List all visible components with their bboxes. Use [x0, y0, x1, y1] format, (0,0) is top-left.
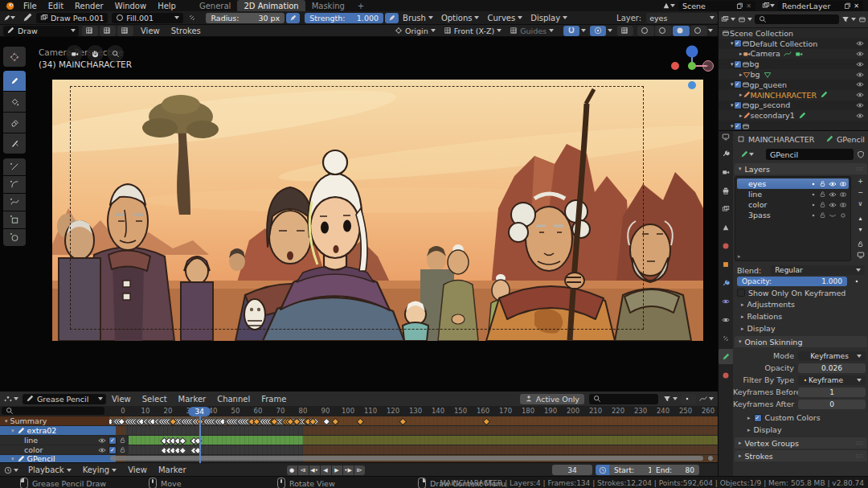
checkbox-icon[interactable]: ✓	[108, 437, 117, 445]
lock-icon[interactable]	[119, 437, 126, 444]
falloff-dropdown[interactable]	[699, 395, 714, 403]
current-frame-field[interactable]: 34	[552, 465, 592, 475]
workspace-tab-masking[interactable]: Masking	[305, 0, 351, 11]
hide-eye-icon[interactable]	[856, 101, 864, 109]
outliner-row-gp_second[interactable]: ▾✓gp_second	[719, 100, 868, 111]
dope-menu-frame[interactable]: Frame	[256, 395, 292, 404]
onion-display-row[interactable]: ▸Display	[733, 424, 868, 436]
channel-track[interactable]	[104, 445, 718, 454]
eye-icon[interactable]	[98, 437, 106, 445]
scene-icon-dropdown[interactable]	[662, 2, 675, 10]
layers-panel-header[interactable]: ▾Layers::::	[735, 163, 867, 174]
app-menu-file[interactable]: File	[18, 2, 43, 10]
hide-eye-icon[interactable]	[856, 112, 864, 120]
dopesheet-editor-dropdown[interactable]	[4, 395, 18, 403]
checkbox-icon[interactable]: ✓	[734, 39, 742, 47]
channel-name-cell[interactable]: ▾extra02	[0, 426, 116, 435]
tool-fill[interactable]	[3, 92, 26, 112]
breadcrumb-data[interactable]: GPencil	[837, 135, 865, 144]
remove-viewlayer-icon[interactable]: ✕	[854, 2, 859, 10]
fake-user-shield-icon[interactable]	[857, 150, 865, 158]
onion-on-icon[interactable]	[839, 191, 847, 199]
properties-tab-object[interactable]	[719, 256, 733, 272]
radius-pressure-toggle[interactable]	[286, 13, 300, 23]
lock-icon[interactable]	[819, 180, 826, 187]
outliner-row-bg[interactable]: ▸bg	[719, 69, 868, 80]
new-collection-button[interactable]	[858, 15, 866, 23]
mask-dot-icon[interactable]	[810, 181, 817, 187]
properties-tab-view-layer[interactable]	[719, 201, 733, 216]
material-field[interactable]: Fill.001	[112, 13, 183, 23]
field-dropdown[interactable]: Keyframe	[798, 375, 866, 385]
eye-icon[interactable]	[98, 446, 106, 454]
lock-layers-button[interactable]	[852, 239, 868, 248]
hide-eye-icon[interactable]	[856, 91, 864, 99]
layer-row-3pass[interactable]: 3pass	[737, 210, 849, 220]
hide-eye-icon[interactable]	[856, 60, 864, 68]
panel-strokes[interactable]: ▸Strokes::::	[735, 450, 867, 461]
keyframe-diamond[interactable]	[178, 446, 186, 453]
unlink-scene-icon[interactable]: ✕	[746, 2, 751, 10]
layer-row-eyes[interactable]: eyes	[737, 178, 849, 189]
unlink-icon[interactable]	[188, 14, 196, 22]
channel-name-cell[interactable]: ▾Summary	[0, 416, 109, 425]
panel-adjustments[interactable]: ▸Adjustments	[733, 298, 868, 310]
hide-eye-icon[interactable]	[856, 80, 864, 88]
strength-slider[interactable]: Strength:1.000	[305, 13, 383, 23]
outliner-row-camera[interactable]: ▸Camera	[719, 49, 868, 59]
proportional-edit-toggle[interactable]	[681, 394, 696, 404]
workspace-tab-general[interactable]: General	[193, 0, 237, 11]
eye-icon[interactable]	[829, 201, 837, 209]
timeline-menu-view[interactable]: View	[122, 465, 153, 474]
layer-dropdown[interactable]: eyes	[646, 13, 718, 23]
properties-tab-render[interactable]	[719, 164, 733, 179]
properties-tab-effects[interactable]	[719, 293, 733, 309]
outliner-row-scene-collection[interactable]: Scene Collection	[719, 28, 868, 39]
shading-material-preview-button[interactable]	[673, 26, 690, 36]
proportional-dropdown[interactable]	[590, 26, 612, 36]
eye-icon[interactable]	[829, 191, 837, 199]
dope-filter-dropdown[interactable]	[663, 395, 678, 403]
dope-menu-marker[interactable]: Marker	[173, 395, 212, 404]
mask-dot-icon[interactable]	[810, 212, 817, 219]
end-frame-field[interactable]: End:80	[651, 465, 699, 475]
canvas-artwork[interactable]	[52, 80, 703, 341]
shading-rendered-button[interactable]	[690, 26, 707, 36]
tool-curve[interactable]	[3, 194, 26, 211]
onion-on-icon[interactable]	[839, 180, 847, 188]
lock-icon[interactable]	[819, 211, 826, 219]
properties-tab-modifiers[interactable]	[719, 275, 733, 290]
layer-row-color[interactable]: color	[737, 199, 849, 210]
channel-row-color[interactable]: color✓	[0, 445, 718, 454]
popover-options[interactable]: Options	[441, 14, 480, 23]
keyframe-diamond[interactable]	[178, 437, 186, 444]
blender-logo-icon[interactable]	[5, 1, 14, 10]
field-dropdown[interactable]: Keyframes	[798, 351, 866, 361]
channel-name-cell[interactable]: color✓	[0, 445, 129, 454]
viewlayer-name-field[interactable]: RenderLayer✕	[778, 1, 863, 11]
toggle-guide-button[interactable]	[100, 26, 116, 36]
viewport-menu-strokes[interactable]: Strokes	[166, 27, 207, 35]
timeline-menu-marker[interactable]: Marker	[153, 465, 192, 474]
viewport-3d[interactable]: Camera Perspective (34) MAINCHARACTER x	[0, 37, 718, 391]
properties-tab-physics[interactable]	[719, 312, 733, 327]
show-only-keyframed-row[interactable]: Show Only On Keyframed	[733, 287, 868, 298]
checkbox-icon[interactable]: ✓	[734, 122, 742, 130]
panel-relations[interactable]: ▸Relations	[733, 310, 868, 322]
channel-row-summary[interactable]: ▾Summary	[0, 416, 718, 425]
lock-icon[interactable]	[819, 191, 826, 198]
lock-icon[interactable]	[119, 446, 126, 453]
toggle-snap-button[interactable]	[117, 26, 133, 36]
start-frame-field[interactable]: Start:1	[609, 465, 657, 475]
navigation-gizmo[interactable]: x	[669, 43, 715, 108]
radius-slider[interactable]: Radius:30 px	[206, 13, 285, 23]
play-reverse-button[interactable]: ◀	[321, 465, 331, 475]
tool-line[interactable]	[3, 158, 26, 175]
prev-keyframe-button[interactable]: ◀•	[309, 465, 320, 475]
properties-tab-output[interactable]	[719, 182, 733, 198]
frame-ruler[interactable]: 0102030405060708090100110120130140150160…	[0, 406, 718, 417]
checkbox-icon[interactable]: ✓	[734, 101, 742, 109]
outliner-search-field[interactable]	[755, 14, 839, 24]
tool-arc[interactable]	[3, 176, 26, 193]
shading-wireframe-button[interactable]	[637, 26, 654, 36]
